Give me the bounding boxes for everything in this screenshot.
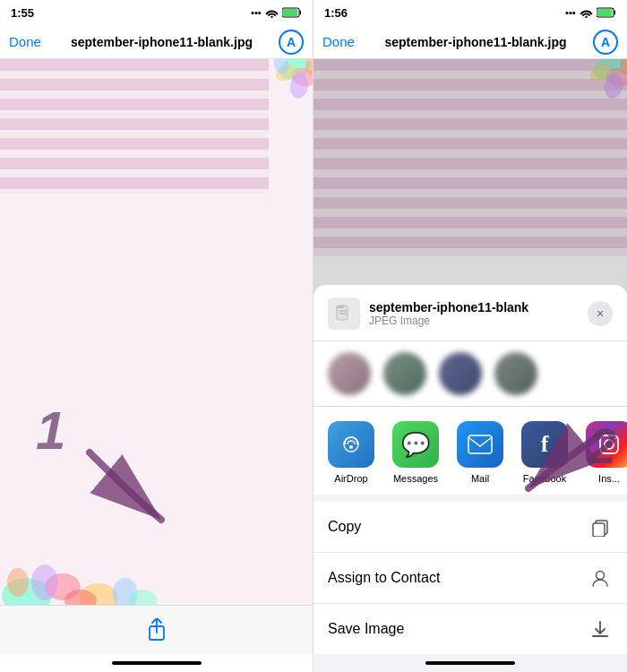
share-file-type: JPEG Image [369,314,528,327]
share-sheet-close-button[interactable]: × [588,301,613,326]
svg-rect-27 [597,9,612,16]
share-app-mail[interactable]: Mail [450,421,511,484]
share-app-facebook[interactable]: f Facebook [514,421,575,484]
copy-label: Copy [328,519,361,535]
recent-contact-1[interactable] [328,352,371,395]
assign-contact-label: Assign to Contact [328,570,440,586]
left-phone-panel: 1:55 ▪▪▪ Done september-iphone11-blank.j… [0,0,314,672]
airdrop-label: AirDrop [334,473,367,484]
left-battery-icon [282,7,302,18]
share-button[interactable] [144,617,169,642]
svg-rect-47 [593,523,605,537]
svg-point-45 [614,437,615,439]
share-file-name: september-iphone11-blank [369,300,528,314]
left-status-icons: ▪▪▪ [251,7,302,18]
svg-rect-6 [0,59,269,194]
share-app-instagram[interactable]: Ins... [579,421,627,484]
action-copy[interactable]: Copy [314,502,627,553]
right-done-button[interactable]: Done [322,34,358,49]
left-nav-title: september-iphone11-blank.jpg [45,35,279,49]
recent-contacts-row [314,341,627,407]
right-time: 1:56 [324,6,348,20]
file-details: september-iphone11-blank JPEG Image [369,300,528,327]
airdrop-icon [328,421,374,468]
left-home-indicator [0,654,313,672]
svg-point-0 [271,15,272,17]
svg-rect-2 [300,11,302,15]
svg-rect-26 [614,11,616,15]
right-status-bar: 1:56 ▪▪▪ [314,0,627,25]
facebook-label: Facebook [523,473,566,484]
svg-point-41 [349,445,353,449]
right-phone-panel: 1:56 ▪▪▪ Done september-iphone11-blank.j… [314,0,627,672]
left-wallpaper: 1 [0,59,313,605]
right-nav-bar: Done september-iphone11-blank.jpg A [314,25,627,59]
mail-label: Mail [471,473,489,484]
svg-point-19 [7,568,29,597]
share-app-airdrop[interactable]: AirDrop [321,421,382,484]
left-nav-bar: Done september-iphone11-blank.jpg A [0,25,313,59]
instagram-label: Ins... [598,473,620,484]
app-share-row: AirDrop 💬 Messages Mail f [314,407,627,502]
svg-rect-3 [283,9,297,16]
left-accessibility-button[interactable]: A [279,30,304,55]
right-wallpaper [314,59,627,256]
messages-label: Messages [393,473,438,484]
action-list: Copy Assign to Contact S [314,502,627,654]
facebook-icon: f [521,421,568,468]
left-time: 1:55 [11,6,34,20]
left-home-bar [112,661,202,665]
left-bottom-toolbar [0,605,313,654]
right-accessibility-button[interactable]: A [593,30,618,55]
share-file-info: september-iphone11-blank JPEG Image [328,297,528,330]
right-nav-title: september-iphone11-blank.jpg [358,35,593,49]
annotation-arrow-1 [72,444,179,533]
right-home-indicator [314,654,627,672]
recent-contact-4[interactable] [494,352,537,395]
right-battery-icon [597,7,616,18]
file-icon [328,297,360,330]
right-floral-top-right [546,59,627,122]
left-signal-icon: ▪▪▪ [251,7,262,18]
messages-icon: 💬 [392,421,439,468]
save-image-icon [588,616,613,642]
mail-icon [457,421,503,468]
left-image-area: 1 [0,59,313,605]
floral-top-right [232,59,313,122]
left-wifi-icon [265,8,279,18]
svg-point-44 [605,440,614,449]
assign-contact-icon [588,565,613,590]
svg-rect-42 [468,435,492,453]
share-sheet-header: september-iphone11-blank JPEG Image × [314,285,627,341]
svg-point-24 [585,15,587,17]
instagram-icon [586,421,627,468]
right-home-bar [425,661,515,665]
svg-rect-37 [337,306,344,308]
left-status-bar: 1:55 ▪▪▪ [0,0,313,25]
right-signal-icon: ▪▪▪ [565,7,576,18]
action-save-image[interactable]: Save Image [314,604,627,654]
floral-bottom [0,533,313,605]
recent-contact-3[interactable] [439,352,482,395]
right-image-area [314,59,627,256]
recent-contact-2[interactable] [383,352,426,395]
save-image-label: Save Image [328,621,404,637]
svg-point-48 [597,572,605,580]
copy-icon [588,514,613,539]
left-done-button[interactable]: Done [9,34,45,49]
right-wifi-icon [580,8,593,18]
annotation-number-1: 1 [36,400,65,461]
action-assign-contact[interactable]: Assign to Contact [314,553,627,604]
right-status-icons: ▪▪▪ [565,7,616,18]
share-sheet: september-iphone11-blank JPEG Image × [314,285,627,672]
svg-point-16 [31,564,58,600]
share-app-messages[interactable]: 💬 Messages [385,421,446,484]
wallpaper-stripes [0,59,269,194]
